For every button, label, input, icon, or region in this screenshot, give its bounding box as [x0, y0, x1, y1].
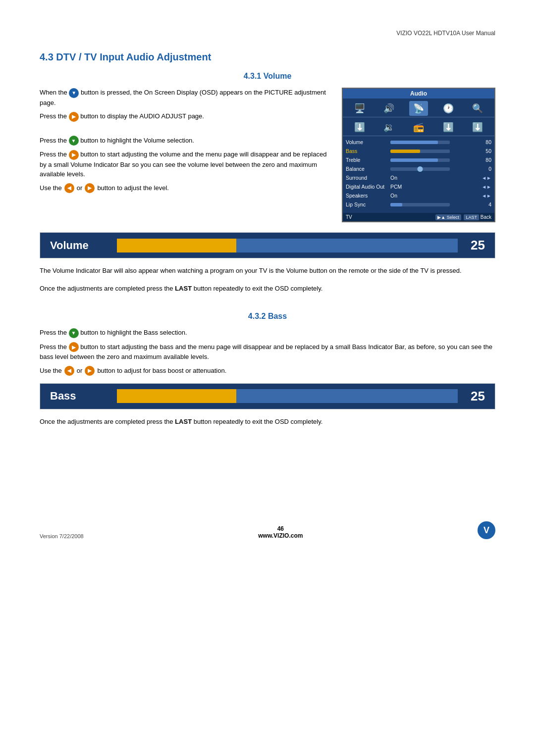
osd-arrow-surround: ◄► — [478, 175, 491, 181]
volume-para4: Press the ▶ button to start adjusting th… — [40, 150, 327, 179]
osd-icon2-3: 📻 — [409, 120, 428, 135]
bass-use-line: Use the ◀ or ▶ button to adjust for bass… — [40, 366, 495, 376]
audio-button-icon: ▶ — [69, 112, 79, 122]
osd-row-balance: Balance 0 — [346, 165, 491, 173]
footer-center: 46 www.VIZIO.com — [258, 525, 303, 539]
osd-panel: Audio 🖥️ 🔊 📡 🕐 🔍 ⬇️ 🔉 📻 ⬇️ ⬇️ — [342, 88, 495, 222]
osd-bar-lip-sync — [390, 203, 478, 206]
bass-right-icon: ▶ — [85, 366, 95, 376]
volume-indicator-label: Volume — [50, 239, 109, 252]
osd-icon2-4: ⬇️ — [439, 120, 458, 135]
osd-icon2-5: ⬇️ — [468, 120, 487, 135]
bass-para1: Press the ▼ button to highlight the Bass… — [40, 328, 495, 338]
osd-label-volume: Volume — [346, 139, 390, 145]
osd-bottom-bar: TV ▶▲ Select LAST Back — [343, 213, 494, 221]
osd-text-surround: On — [390, 175, 478, 181]
osd-label-surround: Surround — [346, 175, 390, 181]
osd-title: Audio — [343, 89, 494, 99]
volume-use-line: Use the ◀ or ▶ button to adjust the leve… — [40, 183, 327, 193]
osd-icon-timer: 🕐 — [439, 101, 458, 116]
volume-para2: Press the ▶ button to display the AUDIO … — [40, 111, 327, 122]
bass-highlight-icon: ▼ — [69, 328, 79, 338]
osd-icon2-1: ⬇️ — [350, 120, 369, 135]
footer-page: 46 — [258, 525, 303, 532]
osd-arrow-digital-audio: ◄► — [478, 184, 491, 190]
osd-icon-picture: 🖥️ — [350, 101, 369, 116]
right-button-icon: ▶ — [85, 183, 95, 193]
osd-icon2-2: 🔉 — [379, 120, 398, 135]
bass-indicator-value: 25 — [465, 389, 485, 404]
bass-indicator-track — [117, 389, 458, 403]
section-title: 4.3 DTV / TV Input Audio Adjustment — [40, 51, 495, 63]
osd-bar-volume — [390, 141, 478, 144]
osd-bar-treble — [390, 158, 478, 162]
bass-para2: Press the ▶ button to start adjusting th… — [40, 342, 495, 362]
osd-row-treble: Treble 80 — [346, 156, 491, 164]
footer: Version 7/22/2008 46 www.VIZIO.com V — [40, 521, 495, 539]
osd-row-digital-audio: Digital Audio Out PCM ◄► — [346, 183, 491, 191]
menu-button-icon: ▼ — [69, 88, 79, 98]
volume-note2: Once the adjustments are completed press… — [40, 284, 495, 294]
osd-value-lip-sync: 4 — [478, 202, 491, 207]
volume-indicator-track — [117, 239, 458, 252]
osd-bottom-tv-label: TV — [346, 214, 352, 220]
footer-version: Version 7/22/2008 — [40, 533, 84, 539]
bass-indicator-label: Bass — [50, 390, 109, 403]
volume-indicator-bar: Volume 25 — [40, 232, 495, 258]
osd-value-treble: 80 — [478, 157, 491, 163]
osd-icon-lock: 🔍 — [468, 101, 487, 116]
volume-indicator-value: 25 — [465, 238, 485, 253]
bass-left-icon: ◀ — [64, 366, 74, 376]
volume-para1: When the ▼ button is pressed, the On Scr… — [40, 88, 327, 107]
osd-text-speakers: On — [390, 193, 478, 199]
osd-btn-select: ▶▲ Select — [435, 214, 461, 220]
osd-arrow-speakers: ◄► — [478, 193, 491, 199]
left-button-icon: ◀ — [64, 183, 74, 193]
volume-note1: The Volume Indicator Bar will also appea… — [40, 266, 495, 276]
footer-website: www.VIZIO.com — [258, 532, 303, 539]
osd-row-surround: Surround On ◄► — [346, 174, 491, 182]
osd-row-bass: Bass 50 — [346, 147, 491, 155]
osd-value-bass: 50 — [478, 148, 491, 154]
osd-label-balance: Balance — [346, 166, 390, 172]
osd-btn-last: LAST — [464, 214, 479, 220]
osd-label-digital-audio: Digital Audio Out — [346, 184, 390, 190]
osd-value-balance: 0 — [478, 166, 491, 172]
bass-note1: Once the adjustments are completed press… — [40, 417, 495, 427]
osd-text-digital-audio: PCM — [390, 184, 478, 190]
osd-row-volume: Volume 80 — [346, 138, 491, 146]
osd-rows: Volume 80 Bass 50 — [343, 136, 494, 211]
osd-icons-row2: ⬇️ 🔉 📻 ⬇️ ⬇️ — [343, 117, 494, 136]
osd-bar-balance — [390, 167, 478, 171]
osd-value-volume: 80 — [478, 139, 491, 145]
subsection2-title: 4.3.2 Bass — [40, 312, 495, 321]
osd-bar-bass — [390, 150, 478, 153]
osd-screen: Audio 🖥️ 🔊 📡 🕐 🔍 ⬇️ 🔉 📻 ⬇️ ⬇️ — [342, 88, 495, 222]
osd-label-speakers: Speakers — [346, 193, 390, 199]
highlight-button-icon: ▼ — [69, 136, 79, 146]
osd-icon-settings: 📡 — [409, 101, 428, 116]
osd-label-bass: Bass — [346, 148, 390, 154]
osd-label-treble: Treble — [346, 157, 390, 163]
adjust-button-icon: ▶ — [69, 150, 79, 160]
footer-logo: V — [478, 521, 495, 539]
header-title: VIZIO VO22L HDTV10A User Manual — [40, 30, 495, 37]
bass-indicator-bar: Bass 25 — [40, 383, 495, 409]
osd-row-speakers: Speakers On ◄► — [346, 192, 491, 200]
volume-para3: Press the ▼ button to highlight the Volu… — [40, 136, 327, 146]
subsection1-title: 4.3.1 Volume — [40, 72, 495, 81]
osd-label-lip-sync: Lip Sync — [346, 202, 390, 207]
osd-icon-audio: 🔊 — [379, 101, 398, 116]
bass-adjust-icon: ▶ — [69, 342, 79, 352]
osd-bottom-controls: ▶▲ Select LAST Back — [434, 214, 491, 220]
volume-indicator-fill — [117, 239, 236, 252]
osd-icons-row: 🖥️ 🔊 📡 🕐 🔍 — [343, 99, 494, 117]
osd-row-lip-sync: Lip Sync 4 — [346, 201, 491, 208]
bass-indicator-fill — [117, 389, 236, 403]
osd-btn-back: Back — [481, 214, 491, 220]
